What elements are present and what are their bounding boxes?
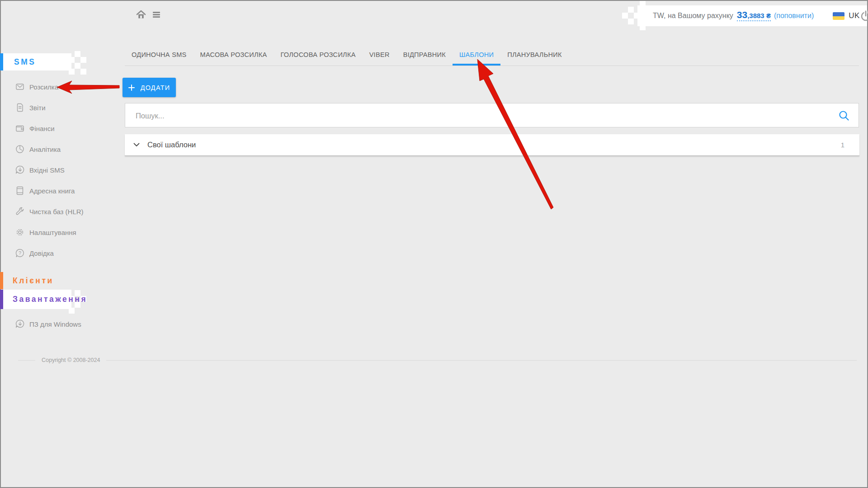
tab-planuvalnyk[interactable]: ПЛАНУВАЛЬНИК [500, 45, 568, 66]
sidebar-item-nalashtuvannia[interactable]: Налаштування [0, 222, 99, 243]
download-icon [15, 319, 25, 329]
add-button[interactable]: ДОДАТИ [123, 78, 176, 97]
sidebar-item-label: Налаштування [29, 229, 76, 236]
envelope-icon [15, 82, 25, 92]
sidebar-item-label: Фінанси [29, 125, 55, 132]
wrench-icon [15, 206, 25, 216]
tab-odynochna-sms[interactable]: ОДИНОЧНА SMS [125, 45, 193, 66]
ukraine-flag-icon [833, 12, 844, 20]
sidebar-item-chystka-baz[interactable]: Чистка баз (HLR) [0, 201, 99, 222]
language-code: UK [849, 11, 860, 20]
sidebar-item-label: Вхідні SMS [29, 166, 65, 174]
hamburger-icon [153, 12, 160, 13]
tab-vidpravnyk[interactable]: ВІДПРАВНИК [396, 45, 453, 66]
divider-line [106, 360, 857, 361]
clients-section-label: Клієнти [13, 276, 54, 286]
app-window: TW, на Вашому рахунку 33,3883 ₴ (поповни… [0, 0, 868, 488]
search-box [125, 103, 859, 127]
sidebar-item-label: Чистка баз (HLR) [29, 208, 84, 216]
divider-line [18, 360, 35, 361]
sms-section-label: SMS [14, 57, 36, 67]
sidebar-item-label: Адресна книга [29, 187, 75, 195]
templates-count-badge: 1 [841, 141, 844, 149]
power-icon [860, 10, 868, 22]
sidebar-item-pz-windows[interactable]: ПЗ для Windows [0, 314, 99, 334]
sidebar-section-sms[interactable]: SMS [0, 53, 71, 70]
question-bubble-icon: ? [15, 248, 25, 258]
chevron-down-icon [133, 143, 140, 147]
sidebar-nav: Розсилка Звіти Фінанси Аналіт [0, 76, 99, 263]
tab-bar: ОДИНОЧНА SMS МАСОВА РОЗСИЛКА ГОЛОСОВА РО… [125, 45, 859, 66]
templates-group-label: Свої шаблони [147, 141, 196, 149]
plus-icon [128, 84, 135, 91]
annotation-layer [0, 0, 868, 488]
sidebar-item-rozsylka[interactable]: Розсилка [0, 76, 99, 97]
logout-button[interactable] [860, 10, 868, 22]
account-prefix: TW, на Вашому рахунку [653, 12, 733, 20]
address-book-icon [15, 186, 25, 196]
sidebar-item-vhidni-sms[interactable]: Вхідні SMS [0, 160, 99, 180]
search-input[interactable] [125, 103, 838, 128]
sidebar-item-zvity[interactable]: Звіти [0, 97, 99, 118]
sidebar-item-label: Розсилка [29, 83, 58, 91]
wallet-icon [15, 123, 25, 133]
sidebar-item-analityka[interactable]: Аналітика [0, 139, 99, 160]
search-button[interactable] [838, 109, 850, 122]
templates-group-row[interactable]: Свої шаблони 1 [125, 134, 859, 156]
balance-amount[interactable]: 33,3883 ₴ [737, 10, 771, 21]
hamburger-menu-button[interactable] [153, 12, 160, 18]
tab-viber[interactable]: VIBER [363, 45, 396, 66]
report-icon [15, 103, 25, 113]
gear-icon [15, 227, 25, 237]
sidebar-item-label: Аналітика [29, 145, 61, 153]
sidebar-item-label: ПЗ для Windows [29, 320, 81, 328]
tab-shablony[interactable]: ШАБЛОНИ [453, 45, 500, 66]
sidebar-item-label: Звіти [29, 104, 46, 112]
topup-link[interactable]: (поповнити) [774, 12, 814, 20]
sidebar-item-dovidka[interactable]: ? Довідка [0, 243, 99, 263]
downloads-section-label: Завантаження [13, 295, 87, 304]
sidebar-section-downloads[interactable]: Завантаження [0, 290, 71, 309]
home-button[interactable] [136, 9, 146, 20]
pie-chart-icon [15, 144, 25, 154]
sidebar-item-label: Довідка [29, 249, 54, 257]
language-selector[interactable]: UK [833, 11, 860, 20]
copyright: Copyright © 2008-2024 [18, 357, 857, 363]
copyright-text: Copyright © 2008-2024 [42, 357, 100, 363]
tab-holosova-rozsylka[interactable]: ГОЛОСОВА РОЗСИЛКА [274, 45, 363, 66]
search-icon [838, 109, 850, 122]
home-icon [136, 9, 146, 20]
sidebar-downloads-nav: ПЗ для Windows [0, 314, 99, 334]
inbox-bubble-icon [15, 165, 25, 175]
sidebar-item-adresna-knyha[interactable]: Адресна книга [0, 180, 99, 201]
tab-masova-rozsylka[interactable]: МАСОВА РОЗСИЛКА [193, 45, 274, 66]
sidebar-item-finansy[interactable]: Фінанси [0, 118, 99, 139]
add-button-label: ДОДАТИ [141, 84, 170, 91]
account-panel: TW, на Вашому рахунку 33,3883 ₴ (поповни… [637, 5, 867, 26]
sidebar-section-clients[interactable]: Клієнти [0, 272, 71, 289]
svg-text:?: ? [19, 250, 21, 256]
